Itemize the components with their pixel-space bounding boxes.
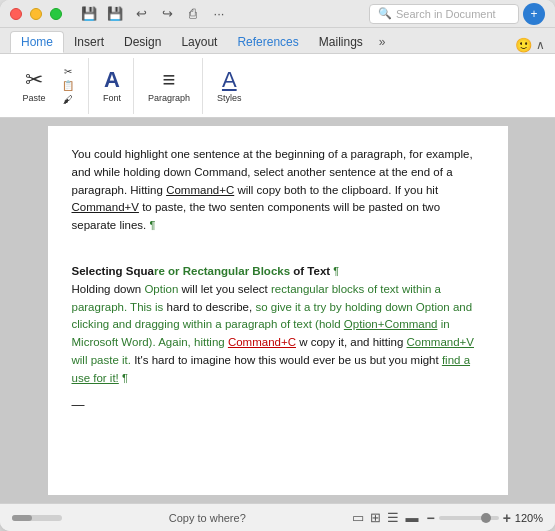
option-text: Option	[144, 283, 178, 295]
cmd-v-ref-2: Command+V	[407, 336, 474, 348]
font-icon: A	[104, 69, 120, 91]
minimize-button[interactable]	[30, 8, 42, 20]
ribbon-group-styles: A Styles	[205, 58, 254, 114]
search-icon: 🔍	[378, 7, 392, 20]
para2-heading: Selecting Square or Rectangular Blocks o…	[72, 265, 331, 277]
paste-icon: ✂	[25, 69, 43, 91]
document-area: You could highlight one sentence at the …	[0, 118, 555, 503]
scroll-indicator	[12, 515, 62, 521]
user-avatar[interactable]: +	[523, 3, 545, 25]
title-bar-tools: 💾 💾 ↩ ↪ ⎙ ···	[78, 3, 230, 25]
cmd-v-ref-1: Command+V	[72, 201, 139, 213]
status-bar: Copy to where? ▭ ⊞ ☰ ▬ − + 120%	[0, 503, 555, 531]
undo-icon[interactable]: ↩	[130, 3, 152, 25]
cmd-c-ref-2: Command+C	[228, 336, 296, 348]
paragraph-icon: ≡	[163, 69, 176, 91]
paste-button[interactable]: ✂ Paste	[16, 62, 52, 110]
styles-icon: A	[222, 69, 237, 91]
paragraph-2: Selecting Square or Rectangular Blocks o…	[72, 245, 484, 388]
styles-label: Styles	[217, 93, 242, 103]
styles-buttons: A Styles	[211, 65, 248, 107]
styles-button[interactable]: A Styles	[211, 65, 248, 107]
document-page[interactable]: You could highlight one sentence at the …	[48, 126, 508, 495]
tab-references[interactable]: References	[227, 31, 308, 53]
close-button[interactable]	[10, 8, 22, 20]
tab-home[interactable]: Home	[10, 31, 64, 53]
ribbon-content: ✂ Paste ✂ 📋 🖌 A Font	[0, 54, 555, 118]
cmd-c-ref-1: Command+C	[166, 184, 234, 196]
ribbon-right-controls: 🙂 ∧	[515, 37, 545, 53]
paragraph-label: Paragraph	[148, 93, 190, 103]
copy-button[interactable]: 📋	[54, 79, 82, 92]
font-buttons: A Font	[97, 65, 127, 107]
maximize-button[interactable]	[50, 8, 62, 20]
copy-to-where-text: Copy to where?	[70, 512, 344, 524]
font-button[interactable]: A Font	[97, 65, 127, 107]
app-window: 💾 💾 ↩ ↪ ⎙ ··· 🔍 Search in Document + Hom…	[0, 0, 555, 531]
emoji-button[interactable]: 🙂	[515, 37, 532, 53]
format-painter-button[interactable]: 🖌	[54, 93, 82, 106]
zoom-minus-button[interactable]: −	[426, 510, 434, 526]
will-paste: will paste it.	[72, 354, 131, 366]
print-icon[interactable]: ⎙	[182, 3, 204, 25]
read-view-icon[interactable]: ▬	[405, 510, 418, 525]
font-label: Font	[103, 93, 121, 103]
tab-mailings[interactable]: Mailings	[309, 31, 373, 53]
paste-buttons: ✂ Paste ✂ 📋 🖌	[16, 62, 82, 110]
pilcrow-3: ¶	[122, 372, 128, 384]
pilcrow-1: ¶	[150, 219, 156, 231]
search-placeholder: Search in Document	[396, 8, 496, 20]
ribbon-tabs: Home Insert Design Layout References Mai…	[0, 28, 555, 54]
zoom-percent-label: 120%	[515, 512, 543, 524]
paragraph-1: You could highlight one sentence at the …	[72, 146, 484, 235]
status-view-icons: ▭ ⊞ ☰ ▬	[352, 510, 418, 525]
search-box[interactable]: 🔍 Search in Document	[369, 4, 519, 24]
find-use-text: find a use for it!	[72, 354, 471, 384]
save-icon[interactable]: 💾	[78, 3, 100, 25]
redo-icon[interactable]: ↪	[156, 3, 178, 25]
zoom-controls: − + 120%	[426, 510, 543, 526]
cut-copy-buttons: ✂ 📋 🖌	[54, 65, 82, 106]
opt-cmd-text: Option+Command	[344, 318, 438, 330]
paste-label: Paste	[22, 93, 45, 103]
web-view-icon[interactable]: ⊞	[370, 510, 381, 525]
selected-green: re or Rectangular Blocks	[154, 265, 290, 277]
zoom-plus-button[interactable]: +	[503, 510, 511, 526]
ribbon-group-paragraph: ≡ Paragraph	[136, 58, 203, 114]
save-alt-icon[interactable]: 💾	[104, 3, 126, 25]
scroll-thumb[interactable]	[12, 515, 32, 521]
title-bar-search-area: 🔍 Search in Document +	[369, 3, 545, 25]
tab-layout[interactable]: Layout	[171, 31, 227, 53]
tab-design[interactable]: Design	[114, 31, 171, 53]
ribbon-group-font: A Font	[91, 58, 134, 114]
outline-view-icon[interactable]: ☰	[387, 510, 399, 525]
title-bar: 💾 💾 ↩ ↪ ⎙ ··· 🔍 Search in Document +	[0, 0, 555, 28]
paragraph-button[interactable]: ≡ Paragraph	[142, 65, 196, 107]
zoom-slider[interactable]	[439, 516, 499, 520]
zoom-slider-thumb[interactable]	[481, 513, 491, 523]
em-dash: —	[72, 398, 484, 411]
more-tools-icon[interactable]: ···	[208, 3, 230, 25]
collapse-ribbon-button[interactable]: ∧	[536, 38, 545, 52]
ribbon-group-paste: ✂ Paste ✂ 📋 🖌	[10, 58, 89, 114]
pilcrow-2: ¶	[333, 265, 339, 277]
more-tabs-button[interactable]: »	[373, 31, 392, 53]
page-view-icon[interactable]: ▭	[352, 510, 364, 525]
cut-button[interactable]: ✂	[54, 65, 82, 78]
tab-insert[interactable]: Insert	[64, 31, 114, 53]
paragraph-buttons: ≡ Paragraph	[142, 65, 196, 107]
